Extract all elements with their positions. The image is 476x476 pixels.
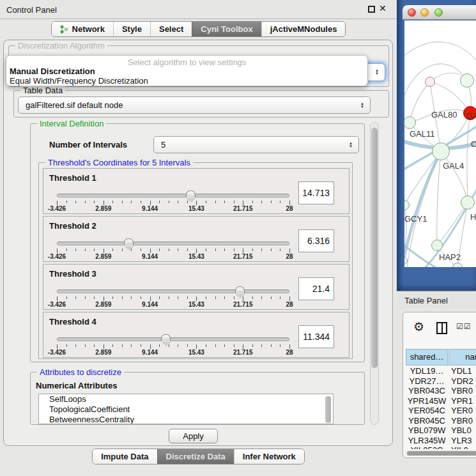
tick-mark — [289, 201, 290, 205]
cell-name[interactable]: YDL1 — [451, 366, 472, 376]
cell-shared-name[interactable]: YBR043C — [406, 386, 448, 395]
dropdown-item-equal-width-frequency[interactable]: Equal Width/Frequency Discretization — [10, 76, 148, 86]
cell-name[interactable]: YER0 — [451, 406, 473, 415]
network-canvas[interactable]: GAL80GACYGAL11GAL4GCY1HAHAP2 — [404, 20, 476, 267]
network-node[interactable] — [431, 240, 443, 251]
slider-thumb[interactable] — [161, 334, 171, 341]
column-header-shared-name[interactable]: shared… — [406, 349, 448, 365]
cell-shared-name[interactable]: YBL079W — [406, 426, 448, 435]
table-row[interactable]: YLR345WYLR3 — [403, 436, 476, 446]
tick-mark — [169, 249, 169, 251]
numerical-attributes-list[interactable]: SelfLoopsTopologicalCoefficientBetweenne… — [38, 394, 334, 424]
cell-name[interactable]: YBR0 — [451, 386, 473, 395]
tick-mark — [178, 201, 178, 203]
list-scrollbar[interactable] — [325, 396, 331, 423]
cell-name[interactable]: YIL0 — [451, 445, 468, 449]
cell-name[interactable]: YDR2 — [451, 376, 473, 386]
tick-label: 9.144 — [142, 349, 158, 356]
algorithm-combobox[interactable]: ▲ ▼ — [365, 63, 385, 81]
tab-select[interactable]: Select — [150, 22, 192, 36]
number-of-intervals-combobox[interactable]: 5 ▲ ▼ — [153, 136, 359, 153]
cell-name[interactable]: YLR3 — [451, 436, 472, 445]
slider-thumb[interactable] — [186, 190, 196, 197]
tab-impute-data[interactable]: Impute Data — [93, 449, 157, 464]
table-row[interactable]: YIL052CYIL0 — [403, 445, 476, 449]
cell-shared-name[interactable]: YBR045C — [406, 416, 448, 426]
dropdown-item-manual-discretization[interactable]: Manual Discretization — [10, 66, 95, 76]
tab-infer-network-label: Infer Network — [243, 452, 296, 461]
cell-shared-name[interactable]: YIL052C — [406, 445, 448, 449]
zoom-traffic-light-icon[interactable] — [434, 8, 443, 17]
tick-mark — [66, 201, 67, 203]
network-node[interactable] — [461, 196, 475, 210]
tab-style[interactable]: Style — [113, 22, 150, 36]
panel-scrollbar[interactable] — [370, 122, 379, 425]
threshold-2-value[interactable]: 6.316 — [298, 229, 334, 252]
tab-infer-network[interactable]: Infer Network — [234, 449, 304, 464]
horizontal-scrollbar[interactable] — [406, 450, 476, 456]
cell-shared-name[interactable]: YPR145W — [406, 396, 448, 406]
threshold-4-slider[interactable] — [57, 337, 289, 341]
horizontal-scrollbar-thumb[interactable] — [407, 451, 476, 456]
network-node[interactable] — [460, 73, 474, 88]
cell-shared-name[interactable]: YDR27… — [406, 376, 448, 386]
table-row[interactable]: YDR27…YDR2 — [403, 376, 476, 387]
gear-icon[interactable]: ⚙ — [413, 319, 424, 334]
tick-mark — [150, 249, 151, 253]
attribute-item[interactable]: TopologicalCoefficient — [39, 404, 333, 415]
minimize-traffic-light-icon[interactable] — [420, 8, 429, 17]
threshold-1-slider[interactable] — [57, 194, 289, 197]
tick-label: 2.859 — [95, 205, 111, 212]
tick-mark — [112, 296, 113, 299]
tick-mark — [85, 296, 86, 299]
tick-mark — [261, 344, 262, 347]
cell-name[interactable]: YPR1 — [451, 396, 473, 406]
panel-scrollbar-thumb[interactable] — [371, 128, 378, 368]
table-row[interactable]: YBR043CYBR0 — [403, 386, 476, 396]
tab-discretize-data[interactable]: Discretize Data — [157, 449, 234, 464]
threshold-3-value[interactable]: 21.4 — [298, 277, 334, 300]
tick-label: 15.43 — [188, 253, 204, 260]
threshold-2-slider[interactable] — [57, 242, 289, 245]
cell-name[interactable]: YBL0 — [451, 426, 472, 435]
tab-jactivemnodules-label: jActiveMNodules — [270, 24, 337, 34]
table-row[interactable]: YBR045CYBR0 — [403, 416, 476, 426]
threshold-4-value[interactable]: 11.344 — [298, 325, 334, 348]
column-header-name[interactable]: name — [449, 349, 476, 365]
close-traffic-light-icon[interactable] — [408, 8, 416, 17]
float-window-icon[interactable] — [368, 6, 375, 13]
bottom-tab-bar: Impute Data Discretize Data Infer Networ… — [0, 449, 397, 464]
tab-cyni-toolbox[interactable]: Cyni Toolbox — [192, 22, 261, 36]
cell-shared-name[interactable]: YLR345W — [406, 436, 448, 445]
close-icon[interactable]: ✕ — [379, 3, 387, 13]
tick-label: 15.43 — [188, 349, 204, 356]
network-node[interactable] — [425, 77, 435, 87]
tick-mark — [196, 249, 197, 253]
tick-label: 21.715 — [233, 349, 253, 356]
table-row[interactable]: YDL19…YDL1 — [403, 366, 476, 376]
table-row[interactable]: YER054CYER0 — [403, 406, 476, 416]
select-columns-icon[interactable]: ☑☑ — [456, 322, 472, 331]
table-row[interactable]: YPR145WYPR1 — [403, 396, 476, 406]
thresholds-group-label: Threshold's Coordinates for 5 Intervals — [45, 158, 193, 167]
network-node[interactable] — [432, 142, 450, 160]
cell-shared-name[interactable]: YDL19… — [406, 366, 448, 376]
split-table-icon[interactable] — [436, 322, 447, 334]
apply-button[interactable]: Apply — [169, 429, 218, 443]
table-row[interactable]: YBL079WYBL0 — [403, 426, 476, 436]
attribute-item[interactable]: BetweennessCentrality — [39, 415, 333, 424]
tab-jactivemnodules[interactable]: jActiveMNodules — [261, 22, 346, 36]
tick-mark — [131, 201, 132, 203]
table-data-combobox[interactable]: galFiltered.sif default node ▲ ▼ — [18, 96, 371, 114]
tick-label: -3.426 — [48, 301, 66, 308]
threshold-1-panel: Threshold 1 -3.4262.8599.14415.4321.7152… — [43, 168, 349, 214]
cell-shared-name[interactable]: YER054C — [406, 406, 448, 415]
tab-network[interactable]: Network — [52, 22, 113, 36]
slider-thumb[interactable] — [235, 286, 245, 293]
slider-thumb[interactable] — [124, 238, 134, 245]
network-window-titlebar[interactable] — [403, 5, 476, 20]
cell-name[interactable]: YBR0 — [451, 416, 473, 426]
attribute-item[interactable]: SelfLoops — [39, 394, 333, 404]
threshold-3-slider[interactable] — [57, 289, 289, 293]
threshold-1-value[interactable]: 14.713 — [298, 181, 334, 204]
